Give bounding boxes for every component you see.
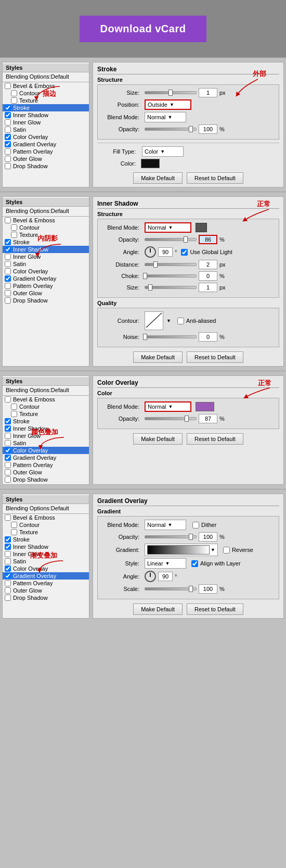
style-satin[interactable]: Satin bbox=[3, 126, 89, 133]
style-texture[interactable]: Texture bbox=[3, 97, 89, 104]
style-drop-shadow[interactable]: Drop Shadow bbox=[3, 162, 89, 170]
blend-mode-label: Blend Mode: bbox=[101, 114, 142, 120]
reverse-checkbox[interactable] bbox=[223, 547, 230, 553]
style-color-overlay-go[interactable]: Color Overlay bbox=[3, 565, 89, 572]
blend-mode-dropdown-is[interactable]: Normal▼ bbox=[145, 222, 191, 233]
reset-to-default-button-is[interactable]: Reset to Default bbox=[187, 351, 243, 363]
choke-input-is[interactable] bbox=[199, 271, 217, 281]
opacity-input-go[interactable] bbox=[199, 532, 217, 542]
style-outer-glow-co[interactable]: Outer Glow bbox=[3, 469, 89, 476]
position-dropdown[interactable]: Outside▼ bbox=[145, 99, 191, 110]
reset-to-default-button[interactable]: Reset to Default bbox=[187, 172, 243, 184]
blend-color-swatch-is[interactable] bbox=[196, 223, 207, 232]
style-inner-glow[interactable]: Inner Glow bbox=[3, 119, 89, 126]
style-pattern-overlay-co[interactable]: Pattern Overlay bbox=[3, 461, 89, 469]
contour-arrow[interactable]: ▼ bbox=[166, 318, 171, 323]
style-bevel-go[interactable]: Bevel & Emboss bbox=[3, 514, 89, 521]
angle-dial-is[interactable] bbox=[145, 246, 156, 258]
size-input-is[interactable] bbox=[199, 283, 217, 292]
style-inner-shadow-is[interactable]: Inner Shadow bbox=[3, 246, 89, 253]
style-satin-go[interactable]: Satin bbox=[3, 558, 89, 565]
style-drop-shadow-co[interactable]: Drop Shadow bbox=[3, 476, 89, 483]
fill-type-dropdown[interactable]: Color▼ bbox=[142, 146, 184, 157]
style-color-overlay-is[interactable]: Color Overlay bbox=[3, 268, 89, 275]
align-layer-checkbox[interactable] bbox=[191, 560, 198, 567]
blend-mode-label-go: Blend Mode: bbox=[101, 522, 142, 528]
style-inner-glow-go[interactable]: Inner Glow bbox=[3, 550, 89, 558]
style-inner-shadow-co[interactable]: Inner Shadow bbox=[3, 425, 89, 432]
style-pattern-overlay-is[interactable]: Pattern Overlay bbox=[3, 282, 89, 290]
blend-mode-dropdown-co[interactable]: Normal▼ bbox=[145, 401, 191, 412]
style-gradient-overlay-go[interactable]: Gradient Overlay bbox=[3, 572, 89, 580]
style-bevel-co[interactable]: Bevel & Emboss bbox=[3, 396, 89, 403]
reset-to-default-button-go[interactable]: Reset to Default bbox=[187, 603, 243, 615]
style-drop-shadow-is[interactable]: Drop Shadow bbox=[3, 297, 89, 304]
style-texture-go[interactable]: Texture bbox=[3, 529, 89, 536]
style-gradient-overlay[interactable]: Gradient Overlay bbox=[3, 141, 89, 148]
style-bevel-emboss[interactable]: Bevel & Emboss bbox=[3, 82, 89, 90]
blend-mode-dropdown-go[interactable]: Normal▼ bbox=[145, 520, 186, 530]
style-stroke-go[interactable]: Stroke bbox=[3, 536, 89, 543]
style-texture-is[interactable]: Texture bbox=[3, 231, 89, 238]
gradient-picker[interactable]: ▼ bbox=[145, 544, 218, 556]
style-gradient-overlay-co[interactable]: Gradient Overlay bbox=[3, 454, 89, 461]
style-gradient-overlay-is[interactable]: Gradient Overlay bbox=[3, 275, 89, 282]
style-contour[interactable]: Contour bbox=[3, 90, 89, 97]
opacity-input[interactable] bbox=[199, 124, 217, 134]
style-drop-shadow-go[interactable]: Drop Shadow bbox=[3, 594, 89, 601]
style-inner-shadow[interactable]: Inner Shadow bbox=[3, 111, 89, 119]
angle-input-is[interactable] bbox=[158, 247, 173, 257]
style-inner-glow-co[interactable]: Inner Glow bbox=[3, 432, 89, 439]
blending-options-co: Blending Options:Default bbox=[3, 386, 89, 396]
style-outer-glow-go[interactable]: Outer Glow bbox=[3, 587, 89, 594]
make-default-button-co[interactable]: Make Default bbox=[133, 433, 183, 445]
style-bevel-emboss-is[interactable]: Bevel & Emboss bbox=[3, 217, 89, 224]
size-input[interactable] bbox=[199, 88, 217, 97]
color-swatch-co[interactable] bbox=[196, 402, 214, 411]
dither-checkbox[interactable] bbox=[192, 522, 199, 529]
angle-dial-go[interactable] bbox=[145, 571, 156, 582]
style-contour-go[interactable]: Contour bbox=[3, 521, 89, 529]
make-default-button[interactable]: Make Default bbox=[133, 172, 183, 184]
style-texture-co[interactable]: Texture bbox=[3, 410, 89, 418]
distance-input-is[interactable] bbox=[199, 260, 217, 269]
inner-shadow-panel-title: Inner Shadow bbox=[97, 200, 279, 209]
contour-preview-is[interactable] bbox=[145, 311, 163, 330]
angle-label-is: Angle: bbox=[101, 249, 142, 255]
color-swatch[interactable] bbox=[141, 159, 160, 168]
reset-to-default-button-co[interactable]: Reset to Default bbox=[187, 433, 243, 445]
style-stroke[interactable]: Stroke bbox=[3, 104, 89, 111]
global-light-checkbox[interactable] bbox=[181, 249, 188, 256]
style-color-overlay[interactable]: Color Overlay bbox=[3, 133, 89, 141]
style-dropdown-go[interactable]: Linear▼ bbox=[145, 558, 186, 569]
opacity-row: Opacity: % bbox=[101, 124, 276, 134]
style-satin-is[interactable]: Satin bbox=[3, 260, 89, 268]
style-color-overlay-co[interactable]: Color Overlay bbox=[3, 447, 89, 454]
scale-input-go[interactable] bbox=[199, 584, 217, 594]
opacity-input-co[interactable] bbox=[199, 414, 217, 423]
anti-aliased-checkbox[interactable] bbox=[177, 318, 184, 324]
style-outer-glow-is[interactable]: Outer Glow bbox=[3, 290, 89, 297]
download-vcard-button[interactable]: Download vCard bbox=[80, 16, 207, 42]
distance-row-is: Distance: px bbox=[101, 260, 276, 269]
angle-input-go[interactable] bbox=[158, 572, 173, 581]
color-row: Color: bbox=[97, 159, 279, 168]
style-stroke-is[interactable]: Stroke bbox=[3, 238, 89, 246]
contour-label-is: Contour: bbox=[101, 318, 142, 324]
style-stroke-co[interactable]: Stroke bbox=[3, 418, 89, 425]
blend-mode-dropdown[interactable]: Normal▼ bbox=[145, 112, 186, 122]
noise-input-is[interactable] bbox=[199, 332, 217, 342]
style-pattern-overlay-go[interactable]: Pattern Overlay bbox=[3, 580, 89, 587]
style-satin-co[interactable]: Satin bbox=[3, 439, 89, 447]
style-inner-shadow-go[interactable]: Inner Shadow bbox=[3, 543, 89, 550]
opacity-input-is[interactable] bbox=[199, 235, 217, 244]
opacity-label-go: Opacity: bbox=[101, 534, 142, 540]
gradient-overlay-panel-title: Gradient Overlay bbox=[97, 497, 279, 506]
style-contour-is[interactable]: Contour bbox=[3, 224, 89, 231]
style-pattern-overlay[interactable]: Pattern Overlay bbox=[3, 148, 89, 155]
style-outer-glow[interactable]: Outer Glow bbox=[3, 155, 89, 162]
make-default-button-is[interactable]: Make Default bbox=[133, 351, 183, 363]
make-default-button-go[interactable]: Make Default bbox=[133, 603, 183, 615]
style-contour-co[interactable]: Contour bbox=[3, 403, 89, 410]
style-inner-glow-is[interactable]: Inner Glow bbox=[3, 253, 89, 260]
